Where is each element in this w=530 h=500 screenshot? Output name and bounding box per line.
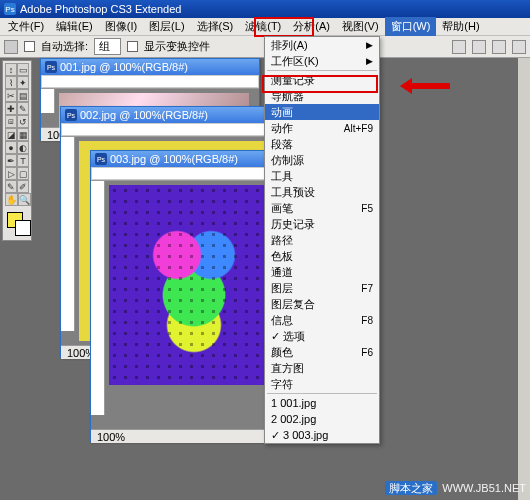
menu-layer[interactable]: 图层(L) (143, 17, 190, 36)
autoselect-label: 自动选择: (41, 39, 88, 54)
menu-item[interactable]: 1 001.jpg (265, 395, 379, 411)
menu-item[interactable]: 工作区(K)▶ (265, 53, 379, 69)
menu-view[interactable]: 视图(V) (336, 17, 385, 36)
menu-item[interactable]: 动作Alt+F9 (265, 120, 379, 136)
menu-image[interactable]: 图像(I) (99, 17, 143, 36)
notes-tool[interactable]: ✎ (5, 180, 17, 193)
history-brush-tool[interactable]: ↺ (17, 115, 29, 128)
marquee-tool[interactable]: ▭ (17, 63, 29, 76)
path-tool[interactable]: ▷ (5, 167, 17, 180)
crop-tool[interactable]: ✂ (5, 89, 17, 102)
eyedropper-tool[interactable]: ✐ (17, 180, 29, 193)
menu-item[interactable]: 动画 (265, 104, 379, 120)
menu-item[interactable]: 色板 (265, 248, 379, 264)
align-icon[interactable] (512, 40, 526, 54)
hand-tool[interactable]: ✋ (5, 193, 18, 206)
ruler-vertical (91, 181, 105, 415)
menu-shortcut: F8 (361, 315, 373, 326)
app-logo-icon: Ps (4, 3, 16, 15)
menu-shortcut: Alt+F9 (344, 123, 373, 134)
menu-item-label: 路径 (271, 233, 293, 248)
align-icon[interactable] (492, 40, 506, 54)
wand-tool[interactable]: ✦ (17, 76, 29, 89)
menu-item[interactable]: 工具 (265, 168, 379, 184)
canvas-image[interactable] (109, 185, 279, 385)
shape-tool[interactable]: ▢ (17, 167, 29, 180)
menu-item[interactable]: 工具预设 (265, 184, 379, 200)
doc-title: 001.jpg @ 100%(RGB/8#) (60, 61, 188, 73)
stamp-tool[interactable]: ⧇ (5, 115, 17, 128)
menu-filter[interactable]: 滤镜(T) (239, 17, 287, 36)
annotation-arrow (400, 78, 450, 94)
menu-edit[interactable]: 编辑(E) (50, 17, 99, 36)
lasso-tool[interactable]: ⌇ (5, 76, 17, 89)
menu-item[interactable]: 仿制源 (265, 152, 379, 168)
menu-select[interactable]: 选择(S) (191, 17, 240, 36)
menu-shortcut: F5 (361, 203, 373, 214)
ruler-horizontal (41, 75, 259, 89)
color-swatch[interactable] (5, 210, 29, 238)
move-tool-icon (4, 40, 18, 54)
app-title: Adobe Photoshop CS3 Extended (20, 3, 181, 15)
autoselect-checkbox[interactable] (24, 41, 35, 52)
slice-tool[interactable]: ▤ (17, 89, 29, 102)
zoom-tool[interactable]: 🔍 (18, 193, 31, 206)
align-icon[interactable] (472, 40, 486, 54)
menu-item-label: 仿制源 (271, 153, 304, 168)
menu-item-label: 通道 (271, 265, 293, 280)
align-icon[interactable] (452, 40, 466, 54)
menu-item-label: 信息 (271, 313, 293, 328)
right-panel-dock[interactable] (518, 58, 530, 500)
menu-file[interactable]: 文件(F) (2, 17, 50, 36)
dodge-tool[interactable]: ◐ (17, 141, 29, 154)
submenu-arrow-icon: ▶ (366, 56, 373, 66)
menu-item[interactable]: 测量记录 (265, 72, 379, 88)
menu-item-label: ✓ 选项 (271, 329, 305, 344)
menu-item[interactable]: 2 002.jpg (265, 411, 379, 427)
menu-item-label: 排列(A) (271, 38, 308, 53)
ruler-vertical (61, 137, 75, 331)
menu-item[interactable]: 直方图 (265, 360, 379, 376)
menu-item[interactable]: 路径 (265, 232, 379, 248)
transform-checkbox[interactable] (127, 41, 138, 52)
submenu-arrow-icon: ▶ (366, 40, 373, 50)
background-swatch[interactable] (15, 220, 31, 236)
ps-icon: Ps (45, 61, 57, 73)
menu-item[interactable]: 历史记录 (265, 216, 379, 232)
menu-item[interactable]: 排列(A)▶ (265, 37, 379, 53)
menu-item[interactable]: 画笔F5 (265, 200, 379, 216)
blur-tool[interactable]: ● (5, 141, 17, 154)
move-tool[interactable]: ↕ (5, 63, 17, 76)
menu-window[interactable]: 窗口(W) (385, 17, 437, 36)
menu-item-label: 工作区(K) (271, 54, 319, 69)
menu-item-label: 画笔 (271, 201, 293, 216)
svg-marker-0 (400, 78, 450, 94)
menu-item[interactable]: ✓ 3 003.jpg (265, 427, 379, 443)
menu-item[interactable]: 通道 (265, 264, 379, 280)
brush-tool[interactable]: ✎ (17, 102, 29, 115)
menu-item[interactable]: 图层F7 (265, 280, 379, 296)
window-menu-dropdown: 排列(A)▶工作区(K)▶测量记录导航器动画动作Alt+F9段落仿制源工具工具预… (264, 36, 380, 444)
pen-tool[interactable]: ✒ (5, 154, 17, 167)
autoselect-dropdown[interactable]: 组 (94, 38, 121, 55)
menu-item[interactable]: ✓ 选项 (265, 328, 379, 344)
menu-item[interactable]: 导航器 (265, 88, 379, 104)
ps-icon: Ps (65, 109, 77, 121)
title-bar: Ps Adobe Photoshop CS3 Extended (0, 0, 530, 18)
menu-help[interactable]: 帮助(H) (436, 17, 485, 36)
eraser-tool[interactable]: ◪ (5, 128, 17, 141)
menu-item-label: 导航器 (271, 89, 304, 104)
menu-item[interactable]: 图层复合 (265, 296, 379, 312)
heal-tool[interactable]: ✚ (5, 102, 17, 115)
menu-item[interactable]: 信息F8 (265, 312, 379, 328)
menu-item[interactable]: 字符 (265, 376, 379, 392)
menu-item[interactable]: 颜色F6 (265, 344, 379, 360)
menu-separator (267, 70, 377, 71)
type-tool[interactable]: T (17, 154, 29, 167)
gradient-tool[interactable]: ▦ (17, 128, 29, 141)
menu-analysis[interactable]: 分析(A) (287, 17, 336, 36)
menu-item-label: 历史记录 (271, 217, 315, 232)
menu-item[interactable]: 段落 (265, 136, 379, 152)
zoom-level[interactable]: 100% (97, 431, 125, 443)
menu-item-label: 1 001.jpg (271, 397, 316, 409)
